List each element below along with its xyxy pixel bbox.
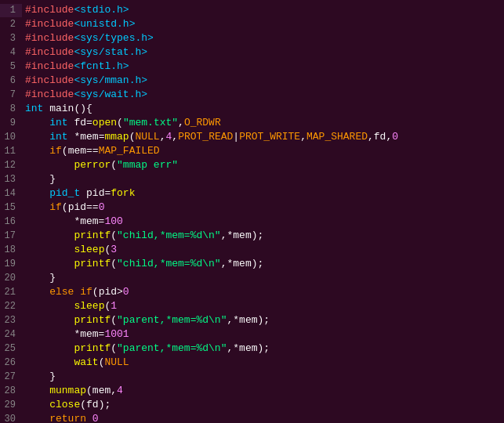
- code-line: 27 }: [0, 370, 504, 384]
- code-line: 19 printf("child,*mem=%d\n",*mem);: [0, 257, 504, 271]
- line-content: if(mem==MAP_FAILED: [22, 144, 160, 157]
- code-line: 24 *mem=1001: [0, 327, 504, 342]
- line-number: 24: [0, 328, 22, 342]
- code-line: 22 sleep(1: [0, 299, 504, 313]
- line-number: 9: [0, 117, 22, 130]
- line-content: }: [22, 271, 56, 284]
- line-content: printf("parent,*mem=%d\n",*mem);: [22, 342, 270, 355]
- line-content: #include<fcntl.h>: [22, 60, 129, 73]
- line-number: 1: [0, 4, 22, 17]
- line-number: 19: [0, 258, 22, 271]
- code-line: 17 printf("child,*mem=%d\n",*mem);: [0, 229, 504, 243]
- line-number: 6: [0, 74, 22, 88]
- code-line: 23 printf("parent,*mem=%d\n",*mem);: [0, 313, 504, 327]
- line-number: 27: [0, 371, 22, 384]
- code-line: 7#include<sys/wait.h>: [0, 88, 504, 102]
- code-line: 29 close(fd);: [0, 398, 504, 412]
- line-number: 4: [0, 46, 22, 60]
- code-line: 3#include<sys/types.h>: [0, 31, 504, 45]
- line-number: 22: [0, 300, 22, 313]
- code-line: 10 int *mem=mmap(NULL,4,PROT_READ|PROT_W…: [0, 130, 504, 144]
- line-number: 11: [0, 145, 22, 158]
- line-content: #include<sys/stat.h>: [22, 45, 147, 59]
- line-content: printf("child,*mem=%d\n",*mem);: [22, 229, 263, 242]
- code-line: 15 if(pid==0: [0, 201, 504, 215]
- line-content: if(pid==0: [22, 201, 104, 214]
- code-line: 6#include<sys/mman.h>: [0, 74, 504, 88]
- line-number: 29: [0, 399, 22, 412]
- line-number: 23: [0, 314, 22, 327]
- code-line: 8int main(){: [0, 102, 504, 116]
- line-content: return 0: [22, 412, 99, 423]
- line-number: 25: [0, 342, 22, 356]
- line-content: sleep(1: [22, 299, 117, 313]
- line-content: else if(pid>0: [22, 285, 129, 298]
- code-line: 9 int fd=open("mem.txt",O_RDWR: [0, 116, 504, 130]
- line-number: 15: [0, 201, 22, 215]
- line-number: 20: [0, 272, 22, 285]
- line-content: #include<sys/types.h>: [22, 31, 154, 45]
- code-line: 1#include<stdio.h>: [0, 3, 504, 17]
- code-line: 12 perror("mmap err": [0, 158, 504, 172]
- line-content: #include<stdio.h>: [22, 3, 129, 16]
- line-content: close(fd);: [22, 398, 111, 411]
- line-number: 8: [0, 103, 22, 116]
- code-line: 2#include<unistd.h>: [0, 17, 504, 31]
- line-number: 13: [0, 173, 22, 186]
- line-number: 17: [0, 230, 22, 243]
- line-content: *mem=1001: [22, 327, 129, 341]
- line-number: 5: [0, 60, 22, 74]
- code-line: 21 else if(pid>0: [0, 285, 504, 299]
- line-content: munmap(mem,4: [22, 384, 123, 397]
- line-number: 3: [0, 32, 22, 45]
- line-content: printf("child,*mem=%d\n",*mem);: [22, 257, 263, 270]
- code-line: 16 *mem=100: [0, 215, 504, 229]
- line-content: int main(){: [22, 102, 92, 115]
- line-number: 10: [0, 131, 22, 144]
- line-number: 18: [0, 244, 22, 257]
- code-line: 26 wait(NULL: [0, 356, 504, 370]
- code-line: 5#include<fcntl.h>: [0, 60, 504, 74]
- code-line: 30 return 0: [0, 412, 504, 423]
- line-number: 21: [0, 286, 22, 299]
- line-number: 14: [0, 187, 22, 201]
- line-number: 12: [0, 159, 22, 172]
- line-content: printf("parent,*mem=%d\n",*mem);: [22, 313, 270, 327]
- code-line: 18 sleep(3: [0, 243, 504, 257]
- code-line: 20 }: [0, 271, 504, 285]
- line-content: perror("mmap err": [22, 158, 178, 172]
- line-number: 26: [0, 356, 22, 370]
- line-number: 28: [0, 385, 22, 398]
- line-content: #include<sys/mman.h>: [22, 74, 147, 87]
- line-content: }: [22, 172, 56, 186]
- line-content: int fd=open("mem.txt",O_RDWR: [22, 116, 221, 129]
- code-line: 13 }: [0, 172, 504, 186]
- line-content: wait(NULL: [22, 356, 129, 369]
- line-content: #include<sys/wait.h>: [22, 88, 147, 101]
- code-line: 11 if(mem==MAP_FAILED: [0, 144, 504, 158]
- code-line: 28 munmap(mem,4: [0, 384, 504, 398]
- code-editor: 1#include<stdio.h>2#include<unistd.h>3#i…: [0, 0, 504, 423]
- line-content: sleep(3: [22, 243, 117, 256]
- line-content: int *mem=mmap(NULL,4,PROT_READ|PROT_WRIT…: [22, 130, 398, 143]
- line-content: }: [22, 370, 56, 383]
- line-number: 7: [0, 89, 22, 102]
- line-content: *mem=100: [22, 215, 123, 228]
- line-number: 2: [0, 18, 22, 31]
- line-number: 30: [0, 413, 22, 423]
- code-line: 25 printf("parent,*mem=%d\n",*mem);: [0, 342, 504, 356]
- code-line: 4#include<sys/stat.h>: [0, 45, 504, 60]
- line-number: 16: [0, 215, 22, 229]
- line-content: #include<unistd.h>: [22, 17, 135, 31]
- line-content: pid_t pid=fork: [22, 186, 135, 200]
- code-line: 14 pid_t pid=fork: [0, 186, 504, 201]
